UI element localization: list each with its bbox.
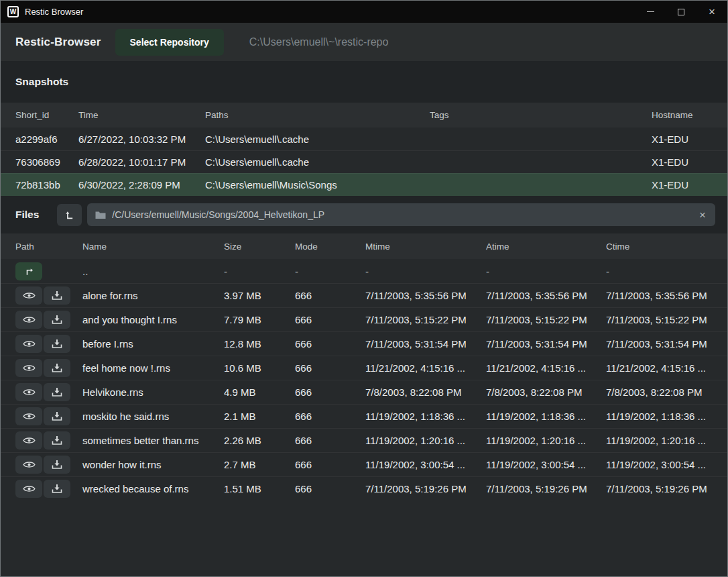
download-button[interactable] [44,407,70,425]
file-row: moskito he said.rns2.1 MB66611/19/2002, … [1,404,727,428]
download-button[interactable] [44,311,70,329]
snapshot-row[interactable]: a2299af66/27/2022, 10:03:32 PMC:\Users\e… [1,127,727,150]
file-atime: 7/8/2003, 8:22:08 PM [486,386,606,398]
file-atime: 7/11/2003, 5:15:22 PM [486,314,606,325]
file-mtime: 11/19/2002, 1:20:16 ... [365,435,486,446]
column-header-name: Name [82,242,224,252]
file-atime: 11/19/2002, 1:18:36 ... [486,411,606,422]
column-header-hostname: Hostname [652,110,727,120]
maximize-button[interactable] [666,1,696,23]
preview-button[interactable] [15,407,42,425]
file-atime: 11/19/2002, 3:00:54 ... [486,459,606,470]
column-header-atime: Atime [486,242,606,252]
eye-icon [23,484,36,493]
file-mode: 666 [295,362,365,374]
parent-dir-row: ..----- [1,259,727,283]
file-row: feel home now !.rns10.6 MB66611/21/2002,… [1,356,727,380]
file-mode: 666 [295,338,365,350]
return-up-icon [24,266,34,276]
eye-icon [23,412,36,421]
file-name: before I.rns [82,338,224,350]
file-row: alone for.rns3.97 MB6667/11/2003, 5:35:5… [1,283,727,307]
preview-button[interactable] [15,359,42,377]
download-icon [52,339,62,349]
file-atime: 11/21/2002, 4:15:16 ... [486,362,606,374]
file-mode: 666 [295,314,365,325]
snapshot-short-id: 72b813bb [15,179,78,191]
file-size: 2.26 MB [224,435,295,446]
download-button[interactable] [44,335,70,353]
preview-button[interactable] [15,480,42,498]
file-actions [15,286,82,305]
files-section-header: Files /C/Users/emuell/Music/Songs/2004_H… [1,196,727,233]
file-size: 10.6 MB [224,362,295,374]
file-ctime: 7/11/2003, 5:15:22 PM [606,314,727,325]
file-actions [15,456,82,474]
preview-button[interactable] [15,431,42,450]
column-header-short-id: Short_id [15,110,78,120]
download-button[interactable] [44,286,70,305]
snapshot-row[interactable]: 763068696/28/2022, 10:01:17 PMC:\Users\e… [1,150,727,173]
eye-icon [23,436,36,445]
download-icon [52,484,62,494]
preview-button[interactable] [15,456,42,474]
file-atime: 7/11/2003, 5:31:54 PM [486,338,606,350]
snapshot-row[interactable]: 72b813bb6/30/2022, 2:28:09 PMC:\Users\em… [1,173,727,196]
snapshot-time: 6/30/2022, 2:28:09 PM [78,179,205,191]
eye-icon [23,291,36,300]
file-ctime: 7/8/2003, 8:22:08 PM [606,386,727,398]
preview-button[interactable] [15,311,42,329]
download-button[interactable] [44,431,70,450]
download-button[interactable] [44,456,70,474]
file-name: and you thought I.rns [82,314,224,325]
download-button[interactable] [44,359,70,377]
snapshots-header-row: Short_idTimePathsTagsHostname [1,103,727,127]
download-button[interactable] [44,383,70,401]
file-mtime: 7/11/2003, 5:15:22 PM [365,314,486,325]
level-up-button[interactable] [57,204,82,226]
snapshot-paths: C:\Users\emuell\Music\Songs [205,179,430,191]
file-actions [15,431,82,450]
app-header: Restic-Browser Select Repository C:\User… [1,23,727,61]
level-up-icon [64,210,74,220]
preview-button[interactable] [15,383,42,401]
column-header-ctime: Ctime [606,242,727,252]
close-button[interactable]: × [696,1,727,23]
file-name: Helvikone.rns [82,386,224,398]
file-atime: 7/11/2003, 5:35:56 PM [486,290,606,301]
eye-icon [23,315,36,324]
file-mode: 666 [295,435,365,446]
snapshots-table: a2299af66/27/2022, 10:03:32 PMC:\Users\e… [1,127,727,196]
file-mode: - [295,266,365,277]
snapshot-time: 6/28/2022, 10:01:17 PM [78,156,205,168]
file-actions [15,359,82,377]
clear-icon: × [699,209,706,221]
minimize-button[interactable] [635,1,666,23]
file-name: sometimes better than.rns [82,435,224,446]
column-header-tags: Tags [430,110,652,120]
download-icon [52,291,62,301]
files-path-input[interactable]: /C/Users/emuell/Music/Songs/2004_Helveti… [87,203,715,226]
file-ctime: 11/19/2002, 3:00:54 ... [606,459,727,470]
download-icon [52,315,62,325]
files-path-value: /C/Users/emuell/Music/Songs/2004_Helveti… [112,209,698,220]
file-ctime: 11/19/2002, 1:18:36 ... [606,411,727,422]
repository-path[interactable]: C:\Users\emuell\~\restic-repo [249,36,389,48]
file-ctime: 11/21/2002, 4:15:16 ... [606,362,727,374]
file-mtime: 7/11/2003, 5:19:26 PM [365,483,486,494]
files-table: ..-----alone for.rns3.97 MB6667/11/2003,… [1,259,727,576]
file-mode: 666 [295,483,365,494]
preview-button[interactable] [15,335,42,353]
select-repository-button[interactable]: Select Repository [115,29,224,56]
download-button[interactable] [44,480,70,498]
preview-button[interactable] [15,286,42,305]
eye-icon [23,388,36,397]
file-size: 2.1 MB [224,411,295,422]
eye-icon [23,460,36,469]
file-mtime: - [365,266,486,277]
clear-path-button[interactable]: × [698,209,707,221]
snapshot-paths: C:\Users\emuell\.cache [205,134,430,145]
file-mtime: 11/21/2002, 4:15:16 ... [365,362,486,374]
file-actions [15,407,82,425]
parent-dir-button[interactable] [15,262,42,280]
